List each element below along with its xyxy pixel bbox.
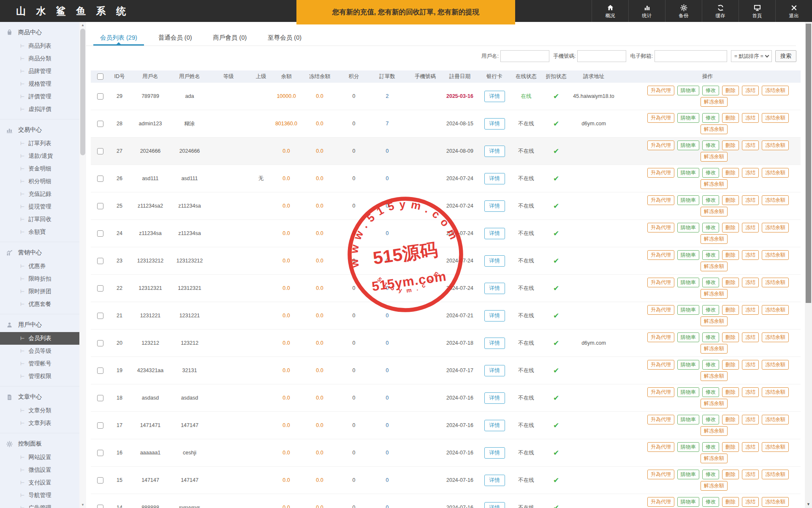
action-button-冻结[interactable]: 冻结 — [742, 168, 759, 178]
topnav-统计[interactable]: 统计 — [628, 0, 665, 22]
action-button-購物車[interactable]: 購物車 — [677, 470, 699, 479]
action-button-冻结余額[interactable]: 冻结余額 — [762, 360, 789, 370]
member-order-count[interactable]: 0 — [368, 477, 407, 483]
action-button-冻结余額[interactable]: 冻结余額 — [762, 278, 789, 287]
action-button-冻结余額[interactable]: 冻结余額 — [762, 305, 789, 315]
member-order-count[interactable]: 0 — [368, 285, 407, 291]
sidebar-item-評價管理[interactable]: ⊢評價管理 — [0, 90, 79, 103]
action-button-購物車[interactable]: 購物車 — [677, 415, 699, 424]
row-checkbox[interactable] — [97, 121, 103, 127]
page-scrollbar-thumb[interactable] — [806, 24, 811, 303]
action-button-刪除[interactable]: 刪除 — [722, 415, 739, 424]
sidebar-item-文章列表[interactable]: ⊢文章列表 — [0, 417, 79, 430]
action-button-修改[interactable]: 修改 — [702, 86, 719, 95]
action-button-冻结[interactable]: 冻结 — [742, 442, 759, 452]
action-button-冻结[interactable]: 冻结 — [742, 470, 759, 479]
action-button-升為代理[interactable]: 升為代理 — [647, 332, 674, 342]
action-button-刪除[interactable]: 刪除 — [722, 250, 739, 260]
member-order-count[interactable]: 0 — [368, 230, 407, 236]
row-checkbox[interactable] — [97, 313, 103, 319]
sidebar-item-积分明细[interactable]: ⊢积分明细 — [0, 175, 79, 188]
action-button-修改[interactable]: 修改 — [702, 497, 719, 507]
action-button-升為代理[interactable]: 升為代理 — [647, 387, 674, 397]
action-button-冻结余額[interactable]: 冻结余額 — [762, 168, 789, 178]
bank-detail-button[interactable]: 详情 — [484, 118, 505, 130]
action-button-購物車[interactable]: 購物車 — [677, 278, 699, 287]
action-button-解冻余額[interactable]: 解冻余額 — [701, 262, 728, 271]
action-button-購物車[interactable]: 購物車 — [677, 223, 699, 232]
bank-detail-button[interactable]: 详情 — [484, 255, 505, 267]
action-button-刪除[interactable]: 刪除 — [722, 278, 739, 287]
member-order-count[interactable]: 0 — [368, 313, 407, 319]
row-checkbox[interactable] — [97, 176, 103, 182]
action-button-解冻余額[interactable]: 解冻余額 — [701, 344, 728, 354]
sidebar-item-会员列表[interactable]: ⊢会员列表 — [0, 332, 79, 345]
action-button-購物車[interactable]: 購物車 — [677, 86, 699, 95]
action-button-解冻余額[interactable]: 解冻余額 — [701, 399, 728, 408]
action-button-冻结[interactable]: 冻结 — [742, 195, 759, 205]
action-button-修改[interactable]: 修改 — [702, 305, 719, 315]
scroll-up-icon[interactable]: ▲ — [79, 23, 86, 27]
sidebar-item-资金明细[interactable]: ⊢资金明细 — [0, 162, 79, 175]
sidebar-item-导航管理[interactable]: ⊢导航管理 — [0, 489, 79, 502]
bank-detail-button[interactable]: 详情 — [484, 502, 505, 508]
bank-detail-button[interactable]: 详情 — [484, 475, 505, 486]
sidebar-item-支付設置[interactable]: ⊢支付設置 — [0, 476, 79, 489]
sidebar-item-会员等级[interactable]: ⊢会员等级 — [0, 345, 79, 357]
sidebar-item-限时拼团[interactable]: ⊢限时拼团 — [0, 285, 79, 298]
member-order-count[interactable]: 2 — [368, 93, 407, 99]
bank-detail-button[interactable]: 详情 — [484, 200, 505, 212]
row-checkbox[interactable] — [97, 450, 103, 456]
action-button-修改[interactable]: 修改 — [702, 332, 719, 342]
row-checkbox[interactable] — [97, 340, 103, 346]
action-button-解冻余額[interactable]: 解冻余額 — [701, 316, 728, 326]
action-button-冻结余額[interactable]: 冻结余額 — [762, 250, 789, 260]
select-all-checkbox[interactable] — [97, 73, 103, 80]
sidebar-item-优惠券[interactable]: ⊢优惠券 — [0, 260, 79, 273]
member-order-count[interactable]: 0 — [368, 367, 407, 373]
action-button-刪除[interactable]: 刪除 — [722, 223, 739, 232]
action-button-刪除[interactable]: 刪除 — [722, 470, 739, 479]
action-button-購物車[interactable]: 購物車 — [677, 168, 699, 178]
sidebar-item-网站設置[interactable]: ⊢网站設置 — [0, 451, 79, 464]
action-button-冻结余額[interactable]: 冻结余額 — [762, 332, 789, 342]
action-button-修改[interactable]: 修改 — [702, 278, 719, 287]
sidebar-item-商品分類[interactable]: ⊢商品分類 — [0, 52, 79, 65]
scroll-down-icon[interactable]: ▼ — [805, 502, 812, 506]
sidebar-section-title[interactable]: 控制面板 — [0, 437, 79, 451]
member-order-count[interactable]: 0 — [368, 450, 407, 456]
action-button-刪除[interactable]: 刪除 — [722, 332, 739, 342]
action-button-修改[interactable]: 修改 — [702, 195, 719, 205]
action-button-購物車[interactable]: 購物車 — [677, 332, 699, 342]
action-button-解冻余額[interactable]: 解冻余額 — [701, 234, 728, 244]
action-button-購物車[interactable]: 購物車 — [677, 360, 699, 370]
action-button-刪除[interactable]: 刪除 — [722, 497, 739, 507]
action-button-升為代理[interactable]: 升為代理 — [647, 250, 674, 260]
topnav-首頁[interactable]: 首頁 — [739, 0, 775, 22]
tab-会员列表 (29)[interactable]: 会员列表 (29) — [99, 30, 138, 46]
sidebar-item-余額寶[interactable]: ⊢余額寶 — [0, 226, 79, 238]
bank-detail-button[interactable]: 详情 — [484, 420, 505, 431]
action-button-解冻余額[interactable]: 解冻余額 — [701, 289, 728, 299]
action-button-購物車[interactable]: 購物車 — [677, 113, 699, 123]
action-button-購物車[interactable]: 購物車 — [677, 141, 699, 150]
topnav-备份[interactable]: 备份 — [665, 0, 702, 22]
username-input[interactable] — [500, 50, 549, 62]
action-button-冻结[interactable]: 冻结 — [742, 305, 759, 315]
action-button-升為代理[interactable]: 升為代理 — [647, 86, 674, 95]
topnav-缓存[interactable]: 缓存 — [702, 0, 739, 22]
member-order-count[interactable]: 7 — [368, 121, 407, 127]
member-order-count[interactable]: 0 — [368, 176, 407, 181]
sidebar-item-商品列表[interactable]: ⊢商品列表 — [0, 40, 79, 52]
page-scrollbar[interactable]: ▼ — [805, 22, 812, 508]
sidebar-section-title[interactable]: 营销中心 — [0, 246, 79, 260]
sidebar-section-title[interactable]: 交易中心 — [0, 123, 79, 137]
sidebar-item-广告管理[interactable]: ⊢广告管理 — [0, 502, 79, 508]
action-button-刪除[interactable]: 刪除 — [722, 141, 739, 150]
row-checkbox[interactable] — [97, 258, 103, 264]
action-button-升為代理[interactable]: 升為代理 — [647, 278, 674, 287]
row-checkbox[interactable] — [97, 203, 103, 209]
sidebar-item-提現管理[interactable]: ⊢提現管理 — [0, 200, 79, 213]
sidebar-item-虚拟評價[interactable]: ⊢虚拟評價 — [0, 103, 79, 116]
sidebar-item-訂單列表[interactable]: ⊢訂單列表 — [0, 137, 79, 150]
